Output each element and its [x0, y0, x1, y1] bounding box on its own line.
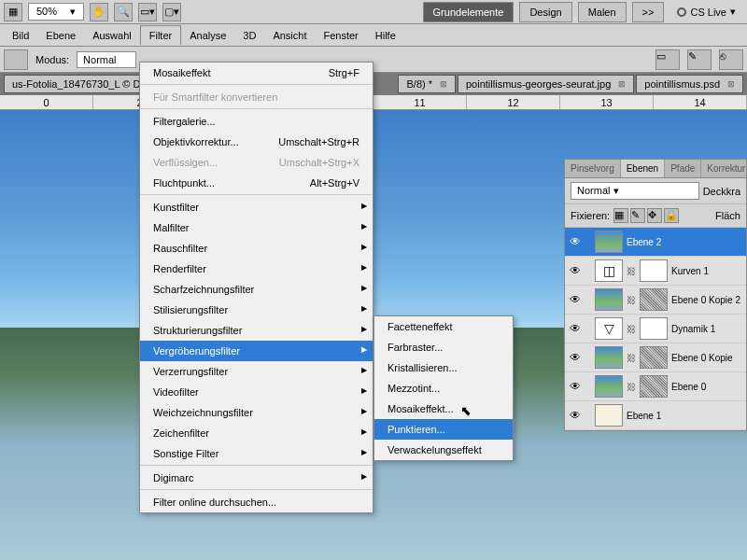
app-icon[interactable]: ▦ — [4, 3, 22, 21]
option-icon-1[interactable]: ▭ — [655, 49, 680, 70]
doc-tab-1[interactable]: B/8) *⊠ — [398, 75, 456, 93]
menu-filter[interactable]: Filter — [140, 25, 181, 45]
panel-tab-ebenen[interactable]: Ebenen — [621, 160, 665, 177]
submenu-item-verwackelungseffekt[interactable]: Verwackelungseffekt — [374, 440, 513, 460]
mouse-cursor: ⬉ — [460, 403, 472, 418]
filter-item-filteronlinedurchsuchen[interactable]: Filter online durchsuchen... — [140, 492, 373, 512]
filter-item-weichzeichnungsfilter[interactable]: Weichzeichnungsfilter — [140, 402, 373, 423]
tool-preset-icon[interactable] — [4, 49, 28, 70]
filter-item-objektivkorrektur[interactable]: Objektivkorrektur...Umschalt+Strg+R — [140, 132, 373, 152]
filter-item-frsmartfilterkonvertieren[interactable]: Für Smartfilter konvertieren — [140, 87, 373, 109]
zoom-tool-icon[interactable]: 🔍 — [114, 3, 133, 21]
blend-mode-select[interactable]: Normal — [77, 51, 135, 68]
lock-pixels-icon[interactable]: ✎ — [630, 208, 645, 223]
doc-tab-2[interactable]: pointillismus-georges-seurat.jpg⊠ — [458, 75, 634, 93]
filter-item-malfilter[interactable]: Malfilter — [140, 217, 373, 238]
filter-item-zeichenfilter[interactable]: Zeichenfilter — [140, 423, 373, 443]
submenu-item-punktieren[interactable]: Punktieren... — [374, 419, 513, 440]
visibility-icon[interactable]: 👁 — [569, 322, 582, 335]
filter-item-scharfzeichnungsfilter[interactable]: Scharfzeichnungsfilter — [140, 279, 373, 300]
submenu-item-facetteneffekt[interactable]: Facetteneffekt — [374, 316, 513, 337]
filter-item-stilisierungsfilter[interactable]: Stilisierungsfilter — [140, 300, 373, 320]
layers-panel: Pinselvorg Ebenen Pfade Korrektur Ko Nor… — [564, 159, 747, 431]
document-tabs: us-Fotolia_18476730_L © Dm B/8) *⊠ point… — [0, 73, 747, 95]
menu-auswahl[interactable]: Auswahl — [84, 26, 140, 45]
view-icon[interactable]: ▭▾ — [138, 3, 157, 21]
panel-tab-pinsel[interactable]: Pinselvorg — [565, 160, 621, 177]
filter-item-filtergalerie[interactable]: Filtergalerie... — [140, 111, 373, 132]
filter-item-renderfilter[interactable]: Renderfilter — [140, 259, 373, 279]
menu-fenster[interactable]: Fenster — [315, 26, 366, 45]
submenu-item-mezzotint[interactable]: Mezzotint... — [374, 378, 513, 399]
layer-row[interactable]: 👁⛓Ebene 0 Kopie 2 — [565, 286, 746, 315]
layer-row[interactable]: 👁⛓Ebene 0 — [565, 372, 746, 401]
close-icon[interactable]: ⊠ — [727, 79, 735, 89]
layer-list: 👁Ebene 2👁◫⛓Kurven 1👁⛓Ebene 0 Kopie 2👁▽⛓D… — [565, 228, 746, 430]
filter-item-sonstigefilter[interactable]: Sonstige Filter — [140, 443, 373, 466]
layer-row[interactable]: 👁◫⛓Kurven 1 — [565, 257, 746, 286]
workspace-more[interactable]: >> — [632, 2, 665, 22]
close-icon[interactable]: ⊠ — [618, 79, 626, 89]
filter-item-vergrberungsfilter[interactable]: Vergröberungsfilter — [140, 341, 373, 361]
panel-tabs: Pinselvorg Ebenen Pfade Korrektur Ko — [565, 160, 746, 178]
menu-hilfe[interactable]: Hilfe — [367, 26, 404, 45]
layer-row[interactable]: 👁Ebene 2 — [565, 228, 746, 257]
layer-name: Ebene 0 Kopie — [671, 353, 742, 363]
submenu-item-farbraster[interactable]: Farbraster... — [374, 337, 513, 357]
submenu-item-mosaikeffekt[interactable]: Mosaikeffekt... — [374, 399, 513, 419]
doc-tab-0[interactable]: us-Fotolia_18476730_L © Dm — [4, 75, 158, 93]
visibility-icon[interactable]: 👁 — [569, 409, 582, 422]
close-icon[interactable]: ⊠ — [440, 79, 447, 89]
filter-item-kunstfilter[interactable]: Kunstfilter — [140, 197, 373, 217]
visibility-icon[interactable]: 👁 — [569, 235, 582, 248]
menu-ansicht[interactable]: Ansicht — [264, 26, 315, 45]
option-icon-3[interactable]: ⎋ — [719, 49, 743, 70]
filter-item-mosaikeffekt[interactable]: MosaikeffektStrg+F — [140, 63, 373, 85]
workspace-tab-grundelemente[interactable]: Grundelemente — [423, 2, 514, 22]
filter-item-digimarc[interactable]: Digimarc — [140, 468, 373, 490]
filter-submenu: FacetteneffektFarbraster...Kristallisier… — [374, 315, 514, 461]
submenu-item-kristallisieren[interactable]: Kristallisieren... — [374, 357, 513, 378]
panel-tab-korrektur[interactable]: Korrektur — [701, 160, 747, 177]
lock-transparency-icon[interactable]: ▦ — [613, 208, 628, 223]
filter-item-videofilter[interactable]: Videofilter — [140, 382, 373, 402]
filter-item-rauschfilter[interactable]: Rauschfilter — [140, 238, 373, 259]
menu-analyse[interactable]: Analyse — [181, 26, 234, 45]
layer-blend-select[interactable]: Normal ▾ — [571, 182, 699, 200]
visibility-icon[interactable]: 👁 — [569, 380, 582, 393]
menu-bild[interactable]: Bild — [4, 26, 37, 45]
layer-name: Ebene 2 — [627, 237, 742, 247]
menu-3d[interactable]: 3D — [234, 26, 264, 45]
lock-label: Fixieren: — [571, 210, 610, 221]
layer-row[interactable]: 👁▽⛓Dynamik 1 — [565, 315, 746, 343]
visibility-icon[interactable]: 👁 — [569, 293, 582, 306]
panel-tab-pfade[interactable]: Pfade — [665, 160, 701, 177]
layer-name: Ebene 0 Kopie 2 — [671, 295, 742, 305]
workspace-tab-malen[interactable]: Malen — [578, 2, 627, 22]
menubar: Bild Ebene Auswahl Filter Analyse 3D Ans… — [0, 24, 747, 47]
filter-item-fluchtpunkt[interactable]: Fluchtpunkt...Alt+Strg+V — [140, 173, 373, 195]
layer-name: Ebene 0 — [671, 382, 742, 392]
lock-buttons: ▦ ✎ ✥ 🔒 — [613, 208, 679, 223]
filter-item-verflssigen[interactable]: Verflüssigen...Umschalt+Strg+X — [140, 152, 373, 173]
screen-mode-icon[interactable]: ▢▾ — [162, 3, 181, 21]
layer-row[interactable]: 👁Ebene 1 — [565, 401, 746, 430]
layer-name: Dynamik 1 — [671, 324, 742, 334]
lock-position-icon[interactable]: ✥ — [647, 208, 662, 223]
option-icon-2[interactable]: ✎ — [687, 49, 712, 70]
fill-label: Fläch — [715, 210, 740, 221]
doc-tab-3[interactable]: pointillismus.psd⊠ — [636, 75, 743, 93]
layer-row[interactable]: 👁⛓Ebene 0 Kopie — [565, 343, 746, 372]
filter-item-verzerrungsfilter[interactable]: Verzerrungsfilter — [140, 361, 373, 382]
cs-live-button[interactable]: CS Live▾ — [669, 6, 743, 18]
hand-tool-icon[interactable]: ✋ — [90, 3, 108, 21]
menu-ebene[interactable]: Ebene — [37, 26, 84, 45]
ruler: 024611121314 — [0, 95, 747, 110]
visibility-icon[interactable]: 👁 — [569, 264, 582, 277]
visibility-icon[interactable]: 👁 — [569, 351, 582, 364]
zoom-level[interactable]: 50%▾ — [28, 3, 84, 21]
workspace-tab-design[interactable]: Design — [519, 2, 571, 22]
filter-item-strukturierungsfilter[interactable]: Strukturierungsfilter — [140, 320, 373, 341]
lock-all-icon[interactable]: 🔒 — [664, 208, 679, 223]
app-toolbar: ▦ 50%▾ ✋ 🔍 ▭▾ ▢▾ Grundelemente Design Ma… — [0, 0, 747, 24]
